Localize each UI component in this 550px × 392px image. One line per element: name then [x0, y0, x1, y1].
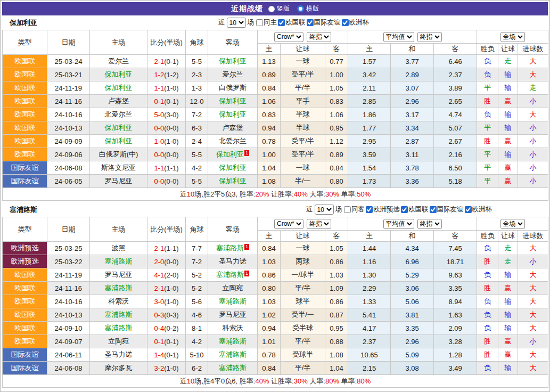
- same-venue-checkbox[interactable]: [344, 206, 351, 213]
- team-name: 卢森堡: [108, 97, 129, 105]
- odds-source-select[interactable]: Crow*: [274, 219, 303, 229]
- avg-away-cell: 3.89: [434, 81, 477, 95]
- avg-home-cell: 1.30: [348, 268, 391, 282]
- games-count-select[interactable]: 10: [227, 18, 246, 28]
- avg-away-cell: 1.63: [434, 308, 477, 322]
- league-checkbox-label: 欧国联: [408, 205, 429, 214]
- same-venue-filter[interactable]: 同主: [254, 18, 277, 27]
- score-cell: 0-1(0-1): [147, 95, 186, 108]
- games-count-select[interactable]: 10: [315, 205, 334, 215]
- odds-source-select[interactable]: Crow*: [274, 32, 303, 42]
- date-cell: 25-03-21: [47, 68, 90, 81]
- corner-cell: 2-3: [186, 68, 208, 81]
- handicap-result-cell: 输: [498, 322, 518, 335]
- halftime-score: (0-1): [164, 338, 178, 346]
- avg-away-cell: 3.35: [434, 282, 477, 295]
- handicap-result-cell: 输: [498, 108, 518, 121]
- league-checkbox[interactable]: [278, 19, 285, 26]
- away-team-cell: 保加利亚: [208, 108, 258, 121]
- league-filter[interactable]: 欧国联: [400, 205, 429, 214]
- league-type-badge: 欧国联: [3, 68, 47, 81]
- avg-draw-cell: 3.36: [391, 175, 434, 188]
- match-row: 欧国联24-09-09保加利亚1-0(1-0)2-4北爱尔兰0.78受平/半1.…: [3, 135, 548, 148]
- goals-result-cell: 小: [518, 161, 548, 175]
- away-team-cell: 保加利亚1: [208, 148, 258, 161]
- league-filter[interactable]: 欧洲预选: [365, 205, 400, 214]
- league-checkbox[interactable]: [430, 206, 437, 213]
- fulltime-score: 0-1: [154, 338, 164, 346]
- odds-home-cell: 0.80: [258, 282, 281, 295]
- column-header: 日期: [47, 30, 90, 55]
- home-team-cell: 塞浦路斯: [90, 308, 147, 322]
- layout-option-vertical[interactable]: 竖版: [268, 4, 290, 13]
- column-header: 类型: [3, 30, 47, 55]
- team-name: 罗马尼亚: [105, 177, 133, 185]
- halftime-score: (0-1): [164, 97, 178, 105]
- corner-cell: 7-2: [186, 255, 208, 268]
- league-type-badge: 欧国联: [3, 268, 47, 282]
- layout-option-horizontal[interactable]: 横版: [297, 4, 319, 13]
- avg-source-select[interactable]: 平均值: [383, 219, 414, 229]
- league-type-badge: 欧国联: [3, 335, 47, 348]
- sub-header: 和: [391, 44, 434, 55]
- league-filter[interactable]: 欧国联: [277, 18, 306, 27]
- league-checkbox[interactable]: [307, 19, 314, 26]
- radio-unchecked-icon[interactable]: [268, 6, 275, 12]
- odds-home-cell: 1.06: [258, 95, 281, 108]
- avg-home-cell: 2.37: [348, 335, 391, 348]
- result-cell: 负: [477, 362, 498, 375]
- avg-source-select[interactable]: 平均值: [383, 32, 414, 42]
- league-checkbox[interactable]: [465, 206, 472, 213]
- team-name: 斯洛文尼亚: [101, 164, 136, 172]
- odds-away-cell: 1.06: [325, 108, 348, 121]
- goals-result-cell: 走: [518, 81, 548, 95]
- same-venue-filter[interactable]: 同客: [342, 205, 365, 214]
- sub-header: 客: [434, 231, 477, 242]
- avg-away-cell: 2.37: [434, 68, 477, 81]
- halftime-score: (0-0): [164, 177, 178, 185]
- odds-stage-select[interactable]: 终指: [307, 32, 331, 42]
- league-filter[interactable]: 欧洲杯: [341, 18, 370, 27]
- match-row: 国际友谊24-06-11圣马力诺1-4(0-1)5-10塞浦路斯0.78受球半1…: [3, 348, 548, 362]
- result-cell: 负: [477, 55, 498, 68]
- scope-select[interactable]: 全场: [500, 32, 525, 42]
- fulltime-score: 2-1: [154, 284, 164, 292]
- team-name: 保加利亚: [219, 177, 247, 185]
- league-filter[interactable]: 国际友谊: [306, 18, 341, 27]
- radio-checked-icon[interactable]: [297, 5, 304, 12]
- column-header: 主场: [90, 30, 147, 55]
- handicap-result-cell: 走: [498, 242, 518, 255]
- league-checkbox[interactable]: [366, 206, 373, 213]
- fulltime-score: 0-1: [154, 97, 164, 105]
- score-cell: 0-0(0-0): [147, 148, 186, 161]
- goals-result-cell: 大: [518, 308, 548, 322]
- odds-stage-select[interactable]: 终指: [307, 219, 331, 229]
- league-checkbox-label: 国际友谊: [314, 18, 341, 27]
- handicap-cell: 受平/半: [281, 135, 325, 148]
- avg-home-cell: 1.86: [348, 108, 391, 121]
- summary-text: 近10场,胜4平0负6, 胜率:40% 让胜率:30% 大率:80% 单率:80…: [3, 375, 548, 388]
- odds-home-cell: 0.84: [258, 362, 281, 375]
- summary-segment: 近: [180, 190, 187, 198]
- league-checkbox[interactable]: [342, 19, 349, 26]
- results-table: 类型日期主场比分(半场)角球客场Crow*终指平均值终指全场 主让球客主和客胜负…: [2, 30, 548, 201]
- avg-draw-cell: 3.78: [391, 161, 434, 175]
- scope-select[interactable]: 全场: [500, 219, 525, 229]
- score-cell: 2-1(1-0): [147, 282, 186, 295]
- league-filter[interactable]: 国际友谊: [429, 205, 464, 214]
- league-type-badge: 欧国联: [3, 95, 47, 108]
- league-filter[interactable]: 欧洲杯: [464, 205, 492, 214]
- handicap-result-cell: 输: [498, 308, 518, 322]
- team-name: 保加利亚: [216, 150, 244, 158]
- avg-stage-select[interactable]: 终指: [417, 219, 442, 229]
- odds-home-cell: 1.01: [258, 335, 281, 348]
- summary-segment: 40%: [255, 377, 269, 385]
- avg-stage-select[interactable]: 终指: [417, 32, 442, 42]
- league-type-badge: 国际友谊: [3, 362, 47, 375]
- avg-away-cell: 2.67: [434, 135, 477, 148]
- column-header: 日期: [47, 217, 90, 242]
- avg-away-cell: 2.16: [434, 148, 477, 161]
- handicap-cell: 受半球: [281, 322, 325, 335]
- same-venue-checkbox[interactable]: [256, 19, 263, 26]
- league-checkbox[interactable]: [401, 206, 408, 213]
